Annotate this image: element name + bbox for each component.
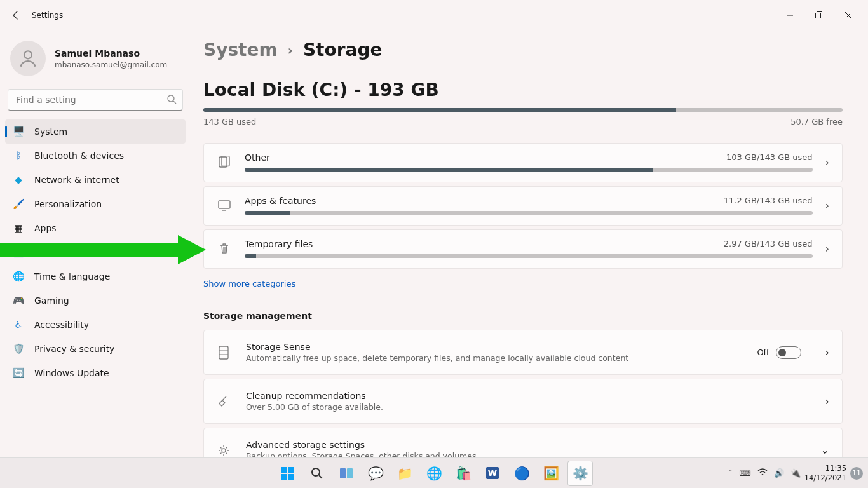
storage-sense-row[interactable]: Storage Sense Automatically free up spac…	[203, 330, 843, 375]
taskbar-chrome[interactable]: 🔵	[509, 461, 534, 486]
time-language-icon: 🌐	[13, 271, 24, 282]
svg-point-15	[222, 449, 226, 452]
storage-sense-toggle[interactable]	[776, 346, 801, 359]
sidebar-item-accounts[interactable]: 👤Accounts	[5, 240, 186, 264]
category-used: 11.2 GB/143 GB used	[724, 196, 813, 206]
sidebar-item-label: Privacy & security	[34, 344, 114, 354]
gaming-icon: 🎮	[13, 295, 24, 306]
sidebar: Samuel Mbanaso mbanaso.samuel@gmail.com …	[0, 30, 191, 458]
clock-date: 14/12/2021	[804, 473, 846, 482]
taskbar-photos[interactable]: 🖼️	[538, 461, 564, 486]
storage-sense-desc: Automatically free up space, delete temp…	[246, 353, 742, 363]
sidebar-item-time[interactable]: 🌐Time & language	[5, 264, 186, 288]
volume-icon[interactable]: 🔊	[774, 468, 784, 478]
sidebar-item-network[interactable]: ◆Network & internet	[5, 168, 186, 192]
sidebar-item-label: Accessibility	[34, 320, 89, 330]
content-pane: System › Storage Local Disk (C:) - 193 G…	[191, 30, 868, 458]
battery-icon[interactable]: 🔌	[790, 468, 801, 478]
chevron-right-icon: ›	[825, 200, 829, 212]
sidebar-item-accessibility[interactable]: ♿Accessibility	[5, 313, 186, 337]
storage-mgmt-heading: Storage management	[203, 311, 843, 321]
chevron-right-icon: ›	[825, 346, 829, 358]
taskbar-taskview[interactable]	[334, 461, 359, 486]
toggle-state: Off	[757, 348, 769, 357]
show-more-link[interactable]: Show more categories	[203, 279, 295, 288]
chevron-right-icon: ›	[825, 243, 829, 255]
accessibility-icon: ♿	[13, 319, 24, 330]
sidebar-item-label: Apps	[34, 223, 57, 233]
category-apps[interactable]: Apps & features11.2 GB/143 GB used ›	[203, 186, 843, 226]
svg-rect-12	[219, 346, 228, 359]
breadcrumb-current: Storage	[303, 39, 383, 60]
sidebar-item-label: Network & internet	[34, 175, 119, 185]
minimize-button[interactable]	[775, 5, 804, 25]
tray-overflow-icon[interactable]: ˄	[728, 468, 733, 478]
taskbar-clock[interactable]: 11:35 14/12/2021	[804, 464, 846, 482]
sidebar-item-privacy[interactable]: 🛡️Privacy & security	[5, 337, 186, 361]
account-block[interactable]: Samuel Mbanaso mbanaso.samuel@gmail.com	[5, 36, 186, 85]
apps-features-icon	[217, 199, 232, 212]
taskbar-edge[interactable]: 🌐	[421, 461, 447, 486]
sidebar-item-update[interactable]: 🔄Windows Update	[5, 361, 186, 385]
svg-point-21	[312, 468, 320, 476]
advanced-storage-row[interactable]: Advanced storage settings Backup options…	[203, 428, 843, 458]
start-button[interactable]	[275, 461, 301, 486]
sidebar-item-label: Gaming	[34, 295, 69, 306]
advanced-desc: Backup options, Storage Spaces, other di…	[246, 451, 806, 458]
sidebar-item-label: System	[34, 126, 67, 137]
sidebar-item-system[interactable]: 🖥️System	[5, 119, 186, 144]
sidebar-item-apps[interactable]: ▦Apps	[5, 216, 186, 240]
taskbar-settings[interactable]: ⚙️	[567, 461, 593, 486]
svg-rect-19	[281, 474, 287, 480]
maximize-button[interactable]	[804, 5, 834, 25]
disk-usage-bar	[203, 108, 843, 112]
svg-rect-17	[281, 467, 287, 473]
taskbar-word[interactable]: W	[480, 461, 505, 486]
chevron-right-icon: ›	[288, 43, 293, 58]
svg-rect-8	[219, 201, 230, 208]
privacy-icon: 🛡️	[13, 343, 24, 355]
clock-time: 11:35	[804, 464, 846, 473]
category-other[interactable]: Other103 GB/143 GB used ›	[203, 143, 843, 182]
sidebar-item-bluetooth[interactable]: ᛒBluetooth & devices	[5, 144, 186, 168]
disk-free-label: 50.7 GB free	[790, 117, 843, 126]
taskbar-explorer[interactable]: 📁	[392, 461, 417, 486]
personalization-icon: 🖌️	[13, 198, 24, 210]
back-button[interactable]	[5, 4, 27, 26]
window-title: Settings	[32, 11, 63, 20]
svg-point-3	[24, 51, 32, 58]
advanced-title: Advanced storage settings	[246, 440, 806, 450]
category-temp-files[interactable]: Temporary files2.97 GB/143 GB used ›	[203, 229, 843, 269]
system-icon: 🖥️	[13, 126, 24, 137]
system-tray[interactable]: ˄ ⌨ 🔊 🔌	[728, 468, 800, 478]
disk-used-label: 143 GB used	[203, 117, 256, 126]
sidebar-item-gaming[interactable]: 🎮Gaming	[5, 288, 186, 313]
breadcrumb-parent[interactable]: System	[203, 39, 278, 60]
category-label: Temporary files	[245, 239, 313, 249]
search-field[interactable]	[8, 89, 183, 111]
taskbar-store[interactable]: 🛍️	[451, 461, 476, 486]
svg-rect-20	[288, 474, 294, 480]
sidebar-nav: 🖥️System ᛒBluetooth & devices ◆Network &…	[5, 119, 186, 385]
svg-rect-24	[347, 468, 353, 478]
bluetooth-icon: ᛒ	[13, 150, 24, 161]
chevron-right-icon: ›	[825, 156, 829, 168]
cleanup-row[interactable]: Cleanup recommendations Over 5.00 GB of …	[203, 379, 843, 424]
taskbar-search[interactable]	[304, 461, 330, 486]
notification-badge[interactable]: 11	[850, 467, 863, 480]
cleanup-title: Cleanup recommendations	[246, 391, 810, 401]
keyboard-icon[interactable]: ⌨	[739, 468, 751, 478]
close-button[interactable]	[834, 5, 863, 25]
svg-point-4	[168, 95, 174, 102]
chevron-down-icon: ⌄	[821, 444, 829, 456]
svg-rect-2	[816, 13, 821, 18]
wifi-icon[interactable]	[757, 468, 768, 478]
category-used: 103 GB/143 GB used	[726, 152, 813, 163]
sidebar-item-label: Windows Update	[34, 368, 109, 378]
sidebar-item-personalization[interactable]: 🖌️Personalization	[5, 192, 186, 216]
svg-rect-7	[222, 156, 229, 166]
taskbar-chat[interactable]: 💬	[363, 461, 388, 486]
storage-sense-title: Storage Sense	[246, 342, 742, 352]
search-input[interactable]	[8, 89, 183, 111]
svg-line-22	[319, 475, 322, 478]
